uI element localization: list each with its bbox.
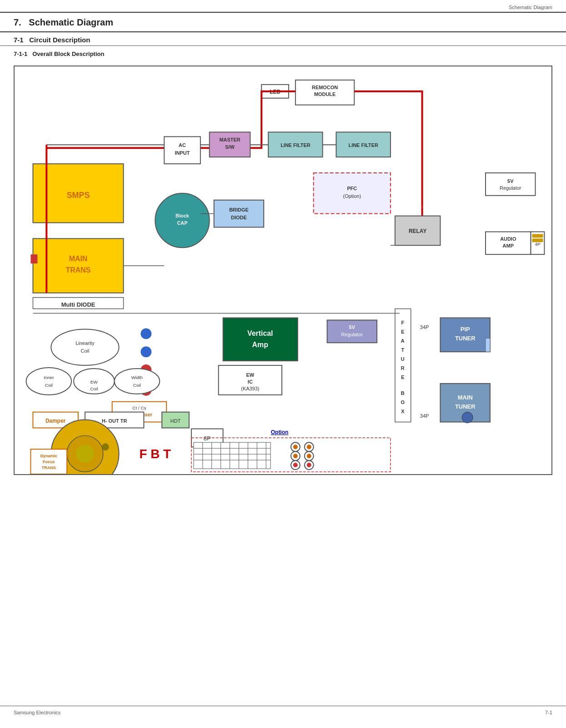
svg-point-135 <box>293 454 298 458</box>
svg-text:34P: 34P <box>420 413 429 419</box>
svg-text:CAP: CAP <box>177 220 187 226</box>
circuit-diagram-svg: REMOCON MODULE LED AC INPUT MASTER S/W L… <box>15 66 551 474</box>
svg-text:IC: IC <box>248 379 253 384</box>
svg-point-75 <box>26 368 72 395</box>
svg-rect-74 <box>486 338 490 352</box>
svg-point-49 <box>51 329 119 365</box>
svg-text:8P: 8P <box>204 435 211 442</box>
svg-point-131 <box>293 445 298 449</box>
svg-point-81 <box>115 369 160 394</box>
svg-text:PFC: PFC <box>347 186 357 191</box>
svg-text:Coil: Coil <box>90 386 98 391</box>
page-header: Schematic Diagram <box>0 0 566 13</box>
svg-rect-37 <box>30 254 37 263</box>
svg-text:PIP: PIP <box>461 326 470 333</box>
svg-text:Ct / Cs: Ct / Cs <box>132 405 146 410</box>
svg-text:F: F <box>401 320 404 325</box>
svg-text:U: U <box>401 356 405 362</box>
svg-text:TRANS: TRANS <box>66 266 91 274</box>
svg-text:LINE FILTER: LINE FILTER <box>280 142 311 148</box>
svg-text:MAIN: MAIN <box>458 394 473 401</box>
svg-text:(Option): (Option) <box>343 193 361 199</box>
svg-text:AMP: AMP <box>503 243 514 248</box>
schematic-diagram: REMOCON MODULE LED AC INPUT MASTER S/W L… <box>14 66 552 475</box>
svg-text:Block: Block <box>175 213 190 218</box>
svg-text:Focus: Focus <box>43 460 55 464</box>
svg-text:TUNER: TUNER <box>455 403 476 410</box>
svg-text:Option: Option <box>271 429 288 435</box>
svg-point-133 <box>307 445 311 449</box>
page-footer: Samsung Electronics 7-1 <box>0 706 566 719</box>
main-title: 7. Schematic Diagram <box>14 17 552 28</box>
svg-text:Damper: Damper <box>45 418 66 424</box>
svg-text:E: E <box>401 329 404 334</box>
svg-rect-118 <box>194 442 270 469</box>
svg-text:Linearity: Linearity <box>75 340 95 346</box>
svg-text:X: X <box>401 409 405 414</box>
svg-text:DIODE: DIODE <box>231 215 247 220</box>
svg-text:EW: EW <box>90 379 98 384</box>
svg-text:BRIDGE: BRIDGE <box>229 207 249 212</box>
subsection-title: 7-1 Circuit Description <box>0 32 566 46</box>
svg-text:4P: 4P <box>535 242 541 247</box>
svg-text:Coil: Coil <box>81 348 90 354</box>
svg-point-139 <box>293 463 298 467</box>
svg-text:REMOCON: REMOCON <box>312 85 338 90</box>
svg-point-52 <box>140 328 151 339</box>
svg-rect-45 <box>532 234 543 238</box>
company-name: Samsung Electronics <box>14 710 60 715</box>
svg-point-104 <box>462 412 473 423</box>
svg-point-53 <box>140 346 151 357</box>
svg-rect-56 <box>223 318 298 361</box>
header-label: Schematic Diagram <box>509 5 552 10</box>
subsection-heading: 7-1 Circuit Description <box>14 36 552 44</box>
sub-sub-heading: 7-1-1 Overall Block Description <box>14 51 552 57</box>
svg-text:A: A <box>401 338 405 344</box>
svg-text:AC: AC <box>179 142 186 148</box>
svg-text:AUDIO: AUDIO <box>500 236 516 242</box>
svg-text:TRANS: TRANS <box>42 465 56 470</box>
svg-text:Inner: Inner <box>44 375 54 380</box>
sub-sub-title: 7-1-1 Overall Block Description <box>0 46 566 61</box>
svg-point-108 <box>102 443 109 450</box>
svg-text:Coil: Coil <box>133 383 141 388</box>
svg-rect-25 <box>214 200 264 228</box>
svg-text:5V: 5V <box>507 178 514 184</box>
svg-text:INPUT: INPUT <box>175 150 190 156</box>
svg-text:HDT: HDT <box>170 418 181 424</box>
svg-text:H- OUT TR: H- OUT TR <box>102 418 127 424</box>
page-number: 7-1 <box>545 710 552 715</box>
svg-text:EW: EW <box>246 372 255 378</box>
svg-text:F B T: F B T <box>139 447 171 461</box>
svg-text:MAIN: MAIN <box>69 255 88 263</box>
svg-text:SMPS: SMPS <box>67 191 90 200</box>
svg-text:RELAY: RELAY <box>409 228 426 234</box>
svg-text:Dynamic: Dynamic <box>40 454 57 458</box>
svg-text:LINE FILTER: LINE FILTER <box>349 142 379 148</box>
svg-text:T: T <box>401 347 404 353</box>
svg-text:(KA393): (KA393) <box>241 386 259 391</box>
section-title: 7. Schematic Diagram <box>0 13 566 32</box>
svg-text:O: O <box>401 399 405 405</box>
svg-text:E: E <box>401 374 404 380</box>
svg-text:S/W: S/W <box>225 144 235 150</box>
svg-text:34P: 34P <box>420 324 429 330</box>
svg-point-137 <box>307 454 311 458</box>
svg-text:R: R <box>401 365 405 371</box>
svg-text:Regulator: Regulator <box>500 185 521 191</box>
svg-text:Multi DIODE: Multi DIODE <box>61 301 95 308</box>
svg-text:5V: 5V <box>349 324 356 330</box>
svg-text:Regulator: Regulator <box>341 332 363 337</box>
svg-text:Vertical: Vertical <box>247 329 273 337</box>
svg-text:TUNER: TUNER <box>455 335 476 342</box>
svg-text:Amp: Amp <box>252 341 269 349</box>
svg-text:MODULE: MODULE <box>314 91 336 97</box>
svg-rect-31 <box>486 173 536 196</box>
svg-text:B: B <box>401 390 405 396</box>
svg-text:MASTER: MASTER <box>219 137 240 142</box>
svg-text:Width: Width <box>131 375 143 380</box>
svg-point-141 <box>307 463 311 467</box>
svg-point-107 <box>76 445 94 463</box>
svg-text:Coil: Coil <box>45 383 53 388</box>
svg-rect-46 <box>532 238 543 242</box>
